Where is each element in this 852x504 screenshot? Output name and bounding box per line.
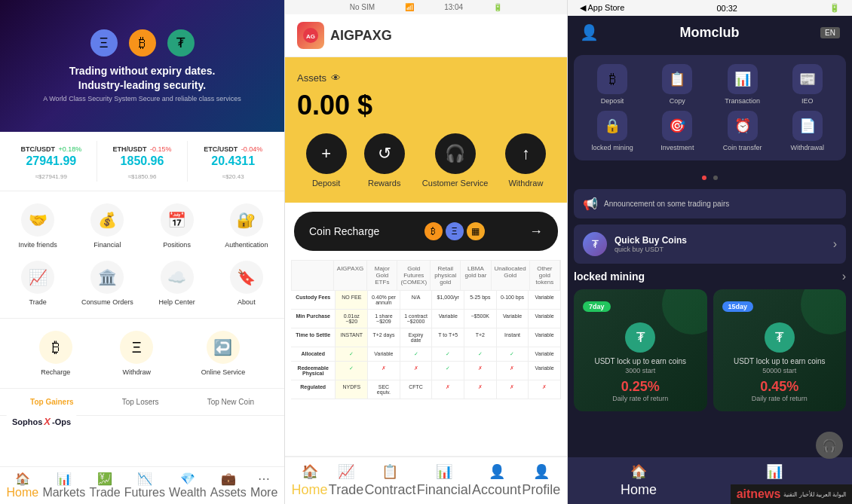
coin-recharge-label: Coin Recharge (309, 225, 379, 237)
service-online[interactable]: ↩️ Online Service (198, 325, 249, 382)
th-empty (292, 261, 334, 290)
action-buttons: + Deposit ↺ Rewards 🎧 Customer Service ↑… (297, 133, 555, 188)
positions-label: Positions (163, 241, 191, 249)
tab-top-losers[interactable]: Top Losers (116, 395, 165, 409)
p3-locked-mining-btn[interactable]: 🔒 locked mining (583, 111, 642, 151)
cs-label: Customer Service (422, 179, 488, 188)
nav-home[interactable]: 🏠 Home (7, 472, 39, 499)
withdraw-icon: Ξ (120, 331, 153, 364)
p3-user-icon[interactable]: 👤 (580, 23, 599, 41)
p3-transaction-label: Transaction (725, 97, 760, 105)
main-grid: 🤝 Invite friends 💰 Financial 📅 Positions… (0, 191, 284, 319)
tab-top-new-coin[interactable]: Top New Coin (201, 395, 260, 409)
p3-transfer-label: Coin transfer (723, 144, 762, 151)
td-min-comex: 1 contract ~$2000 (400, 310, 433, 328)
eye-icon[interactable]: 👁 (331, 72, 341, 84)
assets-label: Assets 👁 (297, 72, 555, 84)
p3-deposit-btn[interactable]: ₿ Deposit (583, 64, 642, 105)
auth-icon: 🔐 (230, 203, 263, 237)
grid-about[interactable]: 🔖 About (212, 255, 281, 312)
td-settle-comex: Expiry date (400, 328, 433, 347)
td-settle-lbma: T+2 (464, 328, 497, 347)
td-min-retail: Variable (432, 310, 464, 328)
p2-financial-label: Financial (417, 482, 471, 498)
grid-help[interactable]: ☁️ Help Center (143, 255, 212, 312)
nav-assets[interactable]: 💼 Assets (210, 472, 247, 499)
p3-copy-btn[interactable]: 📋 Copy (648, 64, 706, 105)
recharge-arrow-icon: → (529, 224, 543, 240)
lm-rate-15day: 0.45% (722, 379, 838, 395)
cs-circle: 🎧 (435, 133, 476, 174)
nav-wealth[interactable]: 💎 Wealth (169, 472, 207, 499)
table-row: Time to Settle INSTANT T+2 days Expiry d… (291, 328, 561, 347)
td-alloc-retail: ✓ (432, 347, 464, 361)
coin-recharge-btn[interactable]: Coin Recharge ₿ Ξ ▦ → (294, 212, 558, 251)
grid-consume-orders[interactable]: 🏛️ Consume Orders (72, 255, 142, 312)
p2-nav-profile[interactable]: 👤 Profile (522, 463, 560, 498)
grid-positions[interactable]: 📅 Positions (143, 197, 212, 255)
p3-ieo-btn[interactable]: 📰 IEO (778, 64, 837, 105)
withdraw-btn[interactable]: ↑ Withdraw (505, 133, 546, 188)
service-recharge[interactable]: ₿ Recharge (36, 325, 75, 382)
p3-lang-badge[interactable]: EN (820, 27, 840, 38)
grid-authentication[interactable]: 🔐 Authentication (212, 197, 281, 255)
quick-buy-arrow-icon: › (833, 237, 837, 251)
p2-nav-financial[interactable]: 📊 Financial (417, 463, 471, 498)
service-withdraw[interactable]: Ξ Withdraw (117, 325, 156, 382)
announcement-bar[interactable]: 📢 Announcement on some trading pairs (574, 189, 846, 218)
p3-status-bar: ◀ App Store 00:32 🔋 (568, 0, 852, 16)
nav-trade[interactable]: 💹 Trade (89, 472, 120, 499)
aigpaxg-logo-icon: AG (297, 22, 324, 49)
p3-investment-label: Investment (660, 144, 694, 151)
nav-markets[interactable]: 📊 Markets (42, 472, 85, 499)
p2-account-label: Account (472, 482, 521, 498)
p3-investment-btn[interactable]: 🎯 Investment (648, 111, 706, 151)
carousel-dots (568, 166, 852, 186)
support-bubble[interactable]: 🎧 (816, 432, 843, 459)
eth-pair: ETH/USDT -0.15% (97, 141, 188, 154)
p2-title: AIGPAXG (330, 28, 392, 44)
futures-label: Futures (124, 486, 165, 499)
deposit-btn[interactable]: + Deposit (306, 133, 347, 188)
p3-back-icon: ◀ App Store (580, 3, 624, 13)
help-label: Help Center (159, 298, 195, 306)
rewards-btn[interactable]: ↺ Rewards (364, 133, 405, 188)
nav-futures[interactable]: 📉 Futures (124, 472, 165, 499)
lm-header: locked mining › (574, 270, 846, 283)
p3-coin-transfer-btn[interactable]: ⏰ Coin transfer (713, 111, 772, 151)
quick-buy-coins-btn[interactable]: ₮ Quick Buy Coins quick buy USDT › (574, 225, 846, 264)
nav-more[interactable]: ⋯ More (250, 472, 277, 499)
grid-invite-friends[interactable]: 🤝 Invite friends (3, 197, 72, 255)
grid-financial[interactable]: 💰 Financial (72, 197, 142, 255)
tab-top-gainers[interactable]: Top Gainers (24, 395, 80, 409)
hero-coins: Ξ ₿ ₮ (90, 29, 195, 57)
deposit-label: Deposit (312, 179, 340, 188)
p2-nav-account[interactable]: 👤 Account (472, 463, 521, 498)
lm-coin-15day: ₮ (765, 322, 795, 353)
p2-nav-trade[interactable]: 📈 Trade (329, 463, 363, 498)
customer-service-btn[interactable]: 🎧 Customer Service (422, 133, 488, 188)
p2-nav-contract[interactable]: 📋 Contract (364, 463, 415, 498)
lm-card-15day[interactable]: 15day ₮ USDT lock up to earn coins 50000… (713, 289, 847, 411)
td-alloc-label: Allocated (291, 347, 336, 361)
recharge-icon: ₿ (39, 331, 72, 364)
assets-section: Assets 👁 0.00 $ + Deposit ↺ Rewards 🎧 Cu… (285, 57, 567, 203)
p3-nav-home[interactable]: 🏠 Home (621, 463, 657, 498)
lm-card-7day[interactable]: 7day ₮ USDT lock up to earn coins 3000 s… (574, 289, 707, 411)
lm-rate-label-7day: Daily rate of return (583, 395, 698, 402)
quick-buy-text: Quick Buy Coins quick buy USDT (614, 235, 826, 253)
td-alloc-other: Variable (529, 347, 561, 361)
price-ticker: BTC/USDT +0.18% 27941.99 ≈$27941.99 ETH/… (0, 132, 284, 191)
lm-cards-container: 7day ₮ USDT lock up to earn coins 3000 s… (574, 289, 846, 411)
lm-more-arrow-icon[interactable]: › (842, 270, 846, 283)
td-custody-etf: 0.40% per annum (368, 291, 400, 309)
grid-trade[interactable]: 📈 Trade (3, 255, 72, 312)
p3-transaction-btn[interactable]: 📊 Transaction (713, 64, 772, 105)
p2-home-label: Home (292, 482, 328, 498)
wealth-icon: 💎 (180, 472, 195, 486)
p3-battery: 🔋 (829, 3, 840, 13)
p2-nav-home[interactable]: 🏠 Home (292, 463, 328, 498)
p3-withdrawal-btn[interactable]: 📄 Withdrawal (778, 111, 837, 151)
td-custody-unalloc: 0-100 bps (497, 291, 529, 309)
td-custody-retail: $1,000/yr (432, 291, 464, 309)
